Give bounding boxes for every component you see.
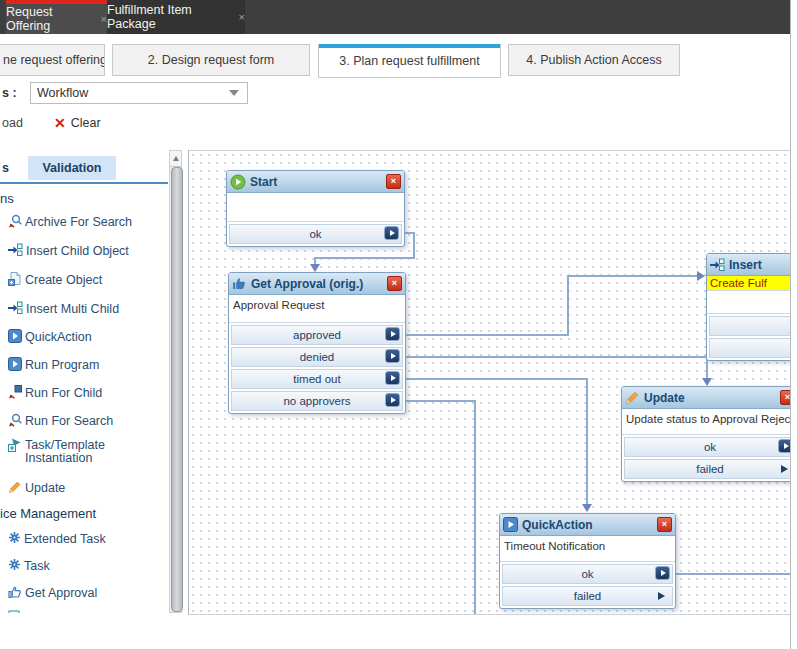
insert-child-icon (8, 243, 23, 257)
connector-timed-out (586, 378, 588, 505)
block-header[interactable]: Get Approval (orig.) × (229, 273, 405, 295)
tab-plan-request-fulfillment[interactable]: 3. Plan request fulfillment (318, 44, 501, 78)
sidebar-item-insert-multi-child[interactable]: Insert Multi Child (8, 301, 119, 316)
clear-button[interactable]: ✕ Clear (54, 115, 101, 131)
workflow-block-quickaction[interactable]: QuickAction × Timeout Notification ok fa… (499, 513, 676, 609)
output-port-icon[interactable] (385, 393, 400, 407)
tab-label: 4. Publish Action Access (526, 53, 662, 67)
play-box-icon (503, 517, 518, 532)
sidebar-item-run-for-child[interactable]: Run For Child (8, 385, 102, 400)
close-icon[interactable]: × (239, 11, 245, 23)
connector-approved (567, 275, 569, 336)
block-title: QuickAction (522, 518, 657, 532)
workspace-tab-label: Fulfillment Item Package (107, 3, 232, 31)
connector-timed-out (404, 378, 588, 380)
block-header[interactable]: QuickAction × (500, 514, 675, 536)
search-arrow-icon (8, 413, 22, 427)
clear-x-icon: ✕ (54, 115, 66, 131)
connector-approved (567, 275, 698, 277)
connector-start-ok (314, 257, 415, 259)
sidebar-item-task[interactable]: Task (8, 558, 50, 573)
close-icon[interactable]: × (386, 174, 401, 189)
insert-child-icon (710, 258, 725, 272)
tab-label: 2. Design request form (148, 53, 274, 67)
output-row-ok[interactable]: ok (229, 224, 402, 244)
connector-start-ok (413, 232, 415, 259)
output-row[interactable] (709, 338, 791, 358)
block-body-highlighted: Create Fulf (707, 276, 791, 291)
sidebar-item-get-approval[interactable]: Get Approval (8, 585, 97, 600)
output-arrow-icon[interactable] (658, 592, 665, 600)
sidebar-item-task-template-instantiation[interactable]: Task/Template Instantiation (8, 438, 145, 465)
output-port-icon[interactable] (384, 226, 399, 240)
close-icon[interactable]: × (387, 276, 402, 291)
workspace-tab-label: Request Offering (6, 5, 94, 33)
output-arrow-icon[interactable] (781, 465, 788, 473)
thumbs-up-icon (232, 276, 247, 291)
scrollbar-thumb[interactable] (171, 167, 183, 612)
connector-quickaction-ok (671, 573, 791, 575)
sidebar-section-header: ns (0, 191, 14, 206)
actions-sidebar: s Validation ns Archive For Search Inser… (0, 150, 168, 613)
sidebar-item-extended-task[interactable]: Extended Task (8, 531, 106, 546)
start-play-icon (230, 174, 246, 190)
output-row-ok[interactable]: ok (502, 564, 673, 584)
workflow-dropdown[interactable]: Workflow (30, 82, 248, 104)
sidebar-item-quickaction[interactable]: QuickAction (8, 329, 92, 344)
output-row-failed[interactable]: failed (624, 459, 791, 479)
connector-no-approvers (404, 400, 476, 402)
gear-icon (8, 558, 21, 571)
workflow-block-insert[interactable]: Insert Create Fulf (706, 253, 791, 361)
output-row-approved[interactable]: approved (231, 325, 403, 345)
output-row-timed-out[interactable]: timed out (231, 369, 403, 389)
sidebar-section-header: ice Management (0, 506, 96, 521)
workflow-block-update[interactable]: Update × Update status to Approval Rejec… (621, 386, 791, 482)
tab-publish-action-access[interactable]: 4. Publish Action Access (508, 44, 680, 76)
sidebar-item-insert-child-object[interactable]: Insert Child Object (8, 243, 129, 258)
sidebar-tab-actions[interactable]: s (2, 156, 9, 180)
gear-icon (8, 531, 21, 544)
load-button[interactable]: oad (2, 116, 23, 130)
block-header[interactable]: Insert (707, 254, 791, 276)
pencil-icon (625, 390, 640, 405)
sidebar-item-run-program[interactable]: Run Program (8, 357, 99, 372)
block-header[interactable]: Start × (227, 171, 404, 193)
connector-arrow-icon (310, 264, 320, 272)
block-body (227, 193, 404, 222)
block-body: Approval Request (229, 295, 405, 323)
pencil-icon (8, 480, 22, 494)
output-row-failed[interactable]: failed (502, 586, 673, 606)
clipped-icon (8, 610, 21, 613)
workflow-block-get-approval[interactable]: Get Approval (orig.) × Approval Request … (228, 272, 406, 414)
active-tab-indicator (319, 44, 500, 48)
output-port-icon[interactable] (385, 371, 400, 385)
create-object-icon (8, 272, 22, 286)
play-box-icon (8, 357, 22, 371)
output-row[interactable] (709, 316, 791, 336)
output-row-denied[interactable]: denied (231, 347, 403, 367)
block-header[interactable]: Update × (622, 387, 791, 409)
close-icon[interactable]: × (657, 517, 672, 532)
workflow-block-start[interactable]: Start × ok (226, 170, 405, 247)
sidebar-item-update[interactable]: Update (8, 480, 65, 495)
output-port-icon[interactable] (385, 327, 400, 341)
tab-design-request-form[interactable]: 2. Design request form (112, 44, 310, 76)
output-port-icon[interactable] (655, 566, 670, 580)
sidebar-item-create-object[interactable]: Create Object (8, 272, 102, 287)
connector-approved (404, 334, 569, 336)
output-port-icon[interactable] (385, 349, 400, 363)
sidebar-tab-validation[interactable]: Validation (28, 156, 116, 180)
sidebar-item-archive-for-search[interactable]: Archive For Search (8, 214, 132, 229)
sidebar-item-run-for-search[interactable]: Run For Search (8, 413, 113, 428)
workspace-tab-request-offering[interactable]: Request Offering × (6, 0, 107, 34)
scrollbar-up-arrow-icon[interactable] (170, 151, 181, 167)
workflow-dropdown-value: Workflow (31, 86, 229, 100)
run-child-icon (8, 385, 22, 399)
workspace-tab-fulfillment-item-package[interactable]: Fulfillment Item Package × (107, 0, 245, 34)
workflow-canvas[interactable]: Start × ok Get Approval (orig.) × Approv… (188, 150, 791, 615)
sidebar-scrollbar[interactable] (169, 150, 182, 613)
sidebar-item-clipped[interactable]: ditional Ti (8, 610, 77, 613)
tab-define-request-offering[interactable]: ne request offering (0, 44, 105, 76)
output-row-no-approvers[interactable]: no approvers (231, 391, 403, 411)
output-row-ok[interactable]: ok (624, 437, 791, 457)
